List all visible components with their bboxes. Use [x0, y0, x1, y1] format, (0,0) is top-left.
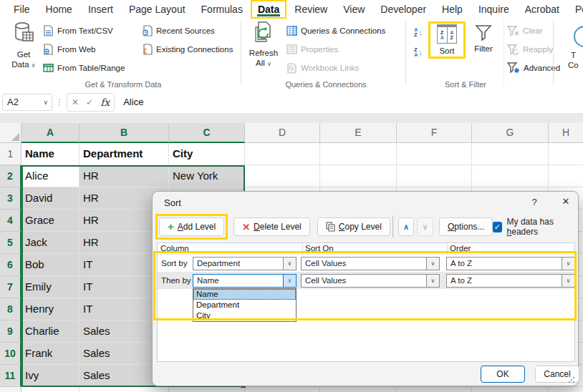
tab-insert[interactable]: Insert [80, 0, 121, 19]
tab-acrobat[interactable]: Acrobat [517, 0, 567, 19]
column-header-c[interactable]: C [169, 123, 245, 143]
tab-inquire[interactable]: Inquire [471, 0, 517, 19]
column-header-d[interactable]: D [245, 123, 320, 143]
sort-descending-button[interactable]: ZA ↓ [409, 44, 428, 60]
tab-help[interactable]: Help [434, 0, 471, 19]
tab-review[interactable]: Review [286, 0, 335, 19]
tab-home[interactable]: Home [38, 0, 80, 19]
cell-A5[interactable]: Jack [21, 232, 80, 254]
confirm-entry-icon[interactable]: ✓ [86, 97, 93, 107]
column-header-g[interactable]: G [472, 123, 549, 143]
sort-dialog-button[interactable]: ZA AZ Sort [431, 24, 463, 56]
row-header-4[interactable]: 4 [0, 210, 21, 232]
filter-button[interactable]: Filter [467, 24, 500, 54]
ok-button[interactable]: OK [481, 366, 525, 383]
column-header-a[interactable]: A [21, 123, 80, 143]
cancel-entry-icon[interactable]: ✕ [72, 97, 79, 107]
cell-A3[interactable]: David [21, 187, 80, 210]
level2-order-dropdown[interactable]: A to Z ∨ [446, 274, 575, 288]
my-data-has-headers-checkbox[interactable]: ✓ My data has headers [493, 217, 579, 237]
options-button[interactable]: Options... [439, 217, 493, 236]
cell-A7[interactable]: Emily [21, 276, 80, 298]
cell-A8[interactable]: Henry [21, 298, 80, 320]
sheet-row: Name Department City [21, 143, 583, 165]
delete-level-button[interactable]: ✕ Delete Level [233, 217, 310, 236]
chevron-down-icon[interactable]: ∨ [283, 258, 296, 270]
move-level-up-button[interactable]: ∧ [398, 217, 415, 236]
tab-developer[interactable]: Developer [372, 0, 434, 19]
workbook-links-icon [286, 63, 297, 74]
sort-ascending-button[interactable]: AZ ↓ [409, 24, 428, 40]
sort-az-arrow-icon: ↓ [418, 28, 423, 36]
cell-C2[interactable]: New York [169, 165, 245, 187]
row-header-8[interactable]: 8 [0, 298, 21, 320]
add-level-button[interactable]: + Add Level [159, 217, 224, 236]
column-header-e[interactable]: E [320, 123, 397, 143]
cell-A4[interactable]: Grace [21, 210, 80, 232]
chevron-down-icon[interactable]: ∨ [562, 258, 574, 270]
cell-A1[interactable]: Name [21, 143, 80, 165]
refresh-all-button[interactable]: Refresh All ∨ [245, 21, 282, 69]
level1-column-dropdown[interactable]: Department ∨ [193, 257, 297, 270]
existing-connections-button[interactable]: Existing Connections [142, 41, 233, 57]
level1-order-dropdown[interactable]: A to Z ∨ [446, 257, 575, 270]
row-header-6[interactable]: 6 [0, 254, 21, 276]
cell-B1[interactable]: Department [80, 143, 169, 165]
cell-A11[interactable]: Ivy [21, 365, 80, 387]
from-text-csv-button[interactable]: From Text/CSV [43, 23, 125, 39]
column-header-h[interactable]: H [549, 123, 583, 143]
formula-bar-value[interactable]: Alice [123, 97, 143, 107]
row-header-5[interactable]: 5 [0, 232, 21, 254]
tab-formulas[interactable]: Formulas [193, 0, 251, 19]
cell-B2[interactable]: HR [80, 165, 169, 187]
insert-function-icon[interactable]: fx [100, 97, 110, 108]
close-icon[interactable]: ✕ [558, 196, 574, 207]
level1-sort-on-dropdown[interactable]: Cell Values ∨ [301, 257, 440, 270]
name-box-chevron-icon[interactable]: ∨ [43, 99, 48, 106]
cell-A9[interactable]: Charlie [21, 320, 80, 343]
tab-page-layout[interactable]: Page Layout [121, 0, 193, 19]
row-header-3[interactable]: 3 [0, 187, 21, 210]
dropdown-option-name[interactable]: Name [193, 289, 296, 300]
name-box[interactable]: A2 ∨ [2, 94, 52, 111]
level2-column-dropdown[interactable]: Name ∨ [193, 274, 297, 288]
chevron-down-icon[interactable]: ∨ [426, 275, 439, 287]
tab-power-pivot[interactable]: Power P [567, 0, 583, 19]
cell-C1[interactable]: City [169, 143, 245, 165]
row-header-11[interactable]: 11 [0, 365, 21, 387]
row-header-7[interactable]: 7 [0, 276, 21, 298]
from-web-icon [43, 44, 54, 55]
cell-A2-active[interactable]: Alice [21, 165, 80, 187]
resize-grip[interactable] [568, 376, 575, 383]
row-header-10[interactable]: 10 [0, 343, 21, 365]
tab-view[interactable]: View [335, 0, 372, 19]
row-header-2[interactable]: 2 [0, 165, 21, 187]
row-header-1[interactable]: 1 [0, 143, 21, 165]
cell-A6[interactable]: Bob [21, 254, 80, 276]
copy-level-button[interactable]: Copy Level [317, 217, 390, 236]
from-table-range-button[interactable]: From Table/Range [43, 60, 125, 76]
recent-sources-button[interactable]: Recent Sources [142, 23, 233, 39]
column-header-b[interactable]: B [80, 123, 169, 143]
dropdown-option-city[interactable]: City [193, 310, 296, 321]
tab-file[interactable]: File [6, 0, 38, 19]
row-header-12[interactable]: 12 [0, 387, 21, 392]
from-web-button[interactable]: From Web [43, 41, 125, 57]
row-header-9[interactable]: 9 [0, 320, 21, 343]
chevron-down-icon[interactable]: ∨ [562, 275, 574, 287]
queries-connections-button[interactable]: Queries & Connections [286, 23, 385, 39]
cell-A10[interactable]: Frank [21, 343, 80, 365]
chevron-down-icon[interactable]: ∨ [283, 275, 296, 287]
help-icon[interactable]: ? [528, 197, 541, 207]
level2-sort-on-dropdown[interactable]: Cell Values ∨ [301, 274, 440, 288]
workbook-links-button: Workbook Links [286, 60, 385, 76]
column-header-f[interactable]: F [397, 123, 472, 143]
get-data-button[interactable]: Get Data ∨ [6, 21, 42, 71]
select-all-corner[interactable] [0, 123, 21, 143]
database-icon [12, 21, 35, 47]
tab-data[interactable]: Data [251, 0, 286, 19]
checkbox-checked-icon[interactable]: ✓ [493, 222, 501, 232]
dropdown-option-department[interactable]: Department [193, 300, 296, 310]
chevron-down-icon[interactable]: ∨ [426, 258, 439, 270]
dialog-title: Sort [164, 197, 181, 208]
